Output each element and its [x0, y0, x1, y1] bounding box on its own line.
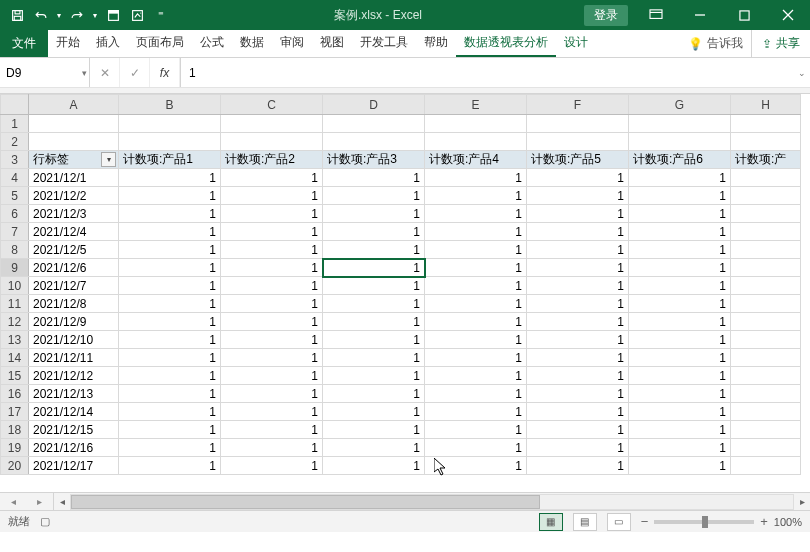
cell-G20[interactable]: 1 — [629, 457, 731, 475]
row-header-5[interactable]: 5 — [1, 187, 29, 205]
cell-F1[interactable] — [527, 115, 629, 133]
cell-C19[interactable]: 1 — [221, 439, 323, 457]
cell-E13[interactable]: 1 — [425, 331, 527, 349]
view-page-layout-icon[interactable]: ▤ — [573, 513, 597, 531]
cell-E2[interactable] — [425, 133, 527, 151]
cell-B9[interactable]: 1 — [119, 259, 221, 277]
cell-F11[interactable]: 1 — [527, 295, 629, 313]
cell-B5[interactable]: 1 — [119, 187, 221, 205]
cell-D7[interactable]: 1 — [323, 223, 425, 241]
cell-B14[interactable]: 1 — [119, 349, 221, 367]
tab-formulas[interactable]: 公式 — [192, 30, 232, 57]
tab-help[interactable]: 帮助 — [416, 30, 456, 57]
cell-H20[interactable] — [731, 457, 801, 475]
ribbon-display-icon[interactable] — [634, 0, 678, 30]
cell-E11[interactable]: 1 — [425, 295, 527, 313]
pivot-row-label-16[interactable]: 2021/12/13 — [29, 385, 119, 403]
cell-F15[interactable]: 1 — [527, 367, 629, 385]
pivot-value-header-0[interactable]: 计数项:产品1 — [119, 151, 221, 169]
pivot-row-label-14[interactable]: 2021/12/11 — [29, 349, 119, 367]
cell-H14[interactable] — [731, 349, 801, 367]
pivot-row-label-20[interactable]: 2021/12/17 — [29, 457, 119, 475]
cell-D5[interactable]: 1 — [323, 187, 425, 205]
redo-dropdown-icon[interactable]: ▾ — [90, 4, 100, 26]
row-header-9[interactable]: 9 — [1, 259, 29, 277]
filter-dropdown-icon[interactable]: ▾ — [101, 152, 116, 167]
cell-C15[interactable]: 1 — [221, 367, 323, 385]
share-button[interactable]: ⇪共享 — [751, 30, 810, 57]
zoom-in-icon[interactable]: + — [760, 514, 768, 529]
cell-H6[interactable] — [731, 205, 801, 223]
cancel-formula-icon[interactable]: ✕ — [90, 58, 120, 87]
cell-C14[interactable]: 1 — [221, 349, 323, 367]
row-header-4[interactable]: 4 — [1, 169, 29, 187]
formula-bar[interactable]: 1 ⌄ — [181, 58, 810, 87]
name-box-dropdown-icon[interactable]: ▾ — [82, 68, 87, 78]
close-icon[interactable] — [766, 0, 810, 30]
cell-D6[interactable]: 1 — [323, 205, 425, 223]
cell-H2[interactable] — [731, 133, 801, 151]
cell-B11[interactable]: 1 — [119, 295, 221, 313]
cell-F7[interactable]: 1 — [527, 223, 629, 241]
cell-H16[interactable] — [731, 385, 801, 403]
cell-F2[interactable] — [527, 133, 629, 151]
cell-D1[interactable] — [323, 115, 425, 133]
cell-E10[interactable]: 1 — [425, 277, 527, 295]
cell-B18[interactable]: 1 — [119, 421, 221, 439]
enter-formula-icon[interactable]: ✓ — [120, 58, 150, 87]
tab-pivot-analyze[interactable]: 数据透视表分析 — [456, 30, 556, 57]
cell-B15[interactable]: 1 — [119, 367, 221, 385]
row-header-11[interactable]: 11 — [1, 295, 29, 313]
cell-C6[interactable]: 1 — [221, 205, 323, 223]
qat-customize-icon[interactable]: ⁼ — [150, 4, 172, 26]
cell-E8[interactable]: 1 — [425, 241, 527, 259]
pivot-row-label-15[interactable]: 2021/12/12 — [29, 367, 119, 385]
zoom-slider[interactable] — [654, 520, 754, 524]
qat-icon-1[interactable] — [102, 4, 124, 26]
cell-G13[interactable]: 1 — [629, 331, 731, 349]
cell-B6[interactable]: 1 — [119, 205, 221, 223]
cell-B12[interactable]: 1 — [119, 313, 221, 331]
cell-F16[interactable]: 1 — [527, 385, 629, 403]
cell-E6[interactable]: 1 — [425, 205, 527, 223]
cell-E9[interactable]: 1 — [425, 259, 527, 277]
cell-H13[interactable] — [731, 331, 801, 349]
cell-G5[interactable]: 1 — [629, 187, 731, 205]
cell-G6[interactable]: 1 — [629, 205, 731, 223]
cell-E15[interactable]: 1 — [425, 367, 527, 385]
cell-B2[interactable] — [119, 133, 221, 151]
cell-H12[interactable] — [731, 313, 801, 331]
cell-E12[interactable]: 1 — [425, 313, 527, 331]
cell-H19[interactable] — [731, 439, 801, 457]
cell-G1[interactable] — [629, 115, 731, 133]
minimize-icon[interactable] — [678, 0, 722, 30]
cell-H10[interactable] — [731, 277, 801, 295]
row-header-3[interactable]: 3 — [1, 151, 29, 169]
formula-expand-icon[interactable]: ⌄ — [798, 68, 806, 78]
cell-E1[interactable] — [425, 115, 527, 133]
cell-C8[interactable]: 1 — [221, 241, 323, 259]
undo-dropdown-icon[interactable]: ▾ — [54, 4, 64, 26]
cell-D20[interactable]: 1 — [323, 457, 425, 475]
pivot-value-header-3[interactable]: 计数项:产品4 — [425, 151, 527, 169]
pivot-row-label-6[interactable]: 2021/12/3 — [29, 205, 119, 223]
cell-G2[interactable] — [629, 133, 731, 151]
row-header-12[interactable]: 12 — [1, 313, 29, 331]
col-header-F[interactable]: F — [527, 95, 629, 115]
pivot-row-label-4[interactable]: 2021/12/1 — [29, 169, 119, 187]
cell-D19[interactable]: 1 — [323, 439, 425, 457]
pivot-row-label-12[interactable]: 2021/12/9 — [29, 313, 119, 331]
cell-F12[interactable]: 1 — [527, 313, 629, 331]
pivot-value-header-1[interactable]: 计数项:产品2 — [221, 151, 323, 169]
cell-C12[interactable]: 1 — [221, 313, 323, 331]
cell-D11[interactable]: 1 — [323, 295, 425, 313]
col-header-C[interactable]: C — [221, 95, 323, 115]
cell-B20[interactable]: 1 — [119, 457, 221, 475]
row-header-8[interactable]: 8 — [1, 241, 29, 259]
row-header-1[interactable]: 1 — [1, 115, 29, 133]
hscroll-left-icon[interactable]: ◂ — [54, 493, 70, 509]
qat-icon-2[interactable] — [126, 4, 148, 26]
cell-C4[interactable]: 1 — [221, 169, 323, 187]
cell-F13[interactable]: 1 — [527, 331, 629, 349]
sheet-nav-prev-icon[interactable]: ◂ — [11, 496, 16, 507]
